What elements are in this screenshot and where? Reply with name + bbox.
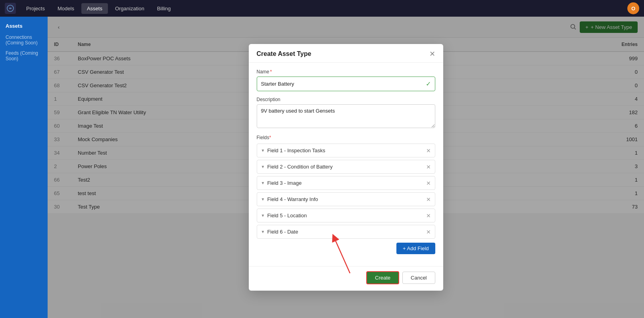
sidebar-item-feeds[interactable]: Feeds (Coming Soon) bbox=[0, 48, 48, 64]
field-row-label: ▼ Field 6 - Date bbox=[261, 229, 298, 235]
field-row-label: ▼ Field 2 - Condition of Battery bbox=[261, 164, 333, 170]
description-form-group: Description 9V battery used to start Gen… bbox=[257, 97, 435, 129]
field-row[interactable]: ▼ Field 1 - Inspection Tasks ✕ bbox=[257, 144, 435, 157]
chevron-down-icon: ▼ bbox=[261, 197, 265, 201]
field-row[interactable]: ▼ Field 5 - Location ✕ bbox=[257, 209, 435, 222]
chevron-down-icon: ▼ bbox=[261, 213, 265, 218]
field-label-text: Field 1 - Inspection Tasks bbox=[267, 148, 325, 153]
chevron-down-icon: ▼ bbox=[261, 230, 265, 234]
user-avatar[interactable]: O bbox=[627, 2, 639, 14]
field-row-label: ▼ Field 4 - Warranty Info bbox=[261, 196, 318, 202]
modal-body: Name* ✓ Description 9V battery used to s… bbox=[249, 63, 443, 266]
chevron-down-icon: ▼ bbox=[261, 181, 265, 185]
field-row-label: ▼ Field 3 - Image bbox=[261, 180, 302, 186]
nav-tab-billing[interactable]: Billing bbox=[152, 3, 177, 14]
description-label: Description bbox=[257, 97, 435, 102]
modal-overlay: Create Asset Type ✕ Name* ✓ bbox=[48, 17, 644, 318]
fields-label: Fields* bbox=[257, 135, 435, 140]
create-asset-type-modal: Create Asset Type ✕ Name* ✓ bbox=[249, 44, 443, 291]
field-remove-button[interactable]: ✕ bbox=[426, 164, 431, 170]
sidebar-item-connections[interactable]: Connections (Coming Soon) bbox=[0, 32, 48, 48]
description-textarea[interactable]: 9V battery used to start Gensets bbox=[257, 104, 435, 128]
fields-form-group: Fields* ▼ Field 1 - Inspection Tasks ✕ ▼… bbox=[257, 135, 435, 254]
chevron-down-icon: ▼ bbox=[261, 165, 265, 169]
modal-close-button[interactable]: ✕ bbox=[429, 50, 435, 57]
nav-tab-assets[interactable]: Assets bbox=[81, 3, 108, 14]
check-icon: ✓ bbox=[426, 80, 431, 88]
modal-title: Create Asset Type bbox=[257, 50, 311, 57]
nav-tab-models[interactable]: Models bbox=[52, 3, 80, 14]
field-row[interactable]: ▼ Field 3 - Image ✕ bbox=[257, 176, 435, 190]
chevron-down-icon: ▼ bbox=[261, 148, 265, 153]
name-input-wrapper: ✓ bbox=[257, 77, 435, 91]
field-row[interactable]: ▼ Field 6 - Date ✕ bbox=[257, 225, 435, 239]
add-field-button[interactable]: + Add Field bbox=[396, 243, 435, 254]
app-logo bbox=[5, 3, 16, 14]
sidebar: Assets Connections (Coming Soon) Feeds (… bbox=[0, 17, 48, 318]
field-row-label: ▼ Field 5 - Location bbox=[261, 213, 307, 218]
field-label-text: Field 5 - Location bbox=[267, 213, 307, 218]
field-remove-button[interactable]: ✕ bbox=[426, 197, 431, 202]
field-label-text: Field 2 - Condition of Battery bbox=[267, 164, 333, 170]
field-row[interactable]: ▼ Field 4 - Warranty Info ✕ bbox=[257, 192, 435, 206]
field-remove-button[interactable]: ✕ bbox=[426, 148, 431, 153]
name-label: Name* bbox=[257, 69, 435, 75]
name-required: * bbox=[270, 69, 272, 75]
app-layout: Assets Connections (Coming Soon) Feeds (… bbox=[0, 17, 644, 318]
field-remove-button[interactable]: ✕ bbox=[426, 213, 431, 218]
cancel-button[interactable]: Cancel bbox=[402, 272, 435, 284]
sidebar-title: Assets bbox=[0, 20, 48, 32]
modal-footer: Create Cancel bbox=[249, 266, 443, 291]
main-content: ‹ + + New Asset Type ID Name Entrie bbox=[48, 17, 644, 318]
name-input[interactable] bbox=[261, 81, 426, 87]
field-label-text: Field 6 - Date bbox=[267, 229, 298, 235]
field-remove-button[interactable]: ✕ bbox=[426, 180, 431, 186]
nav-tab-projects[interactable]: Projects bbox=[21, 3, 50, 14]
field-label-text: Field 4 - Warranty Info bbox=[267, 196, 318, 202]
name-form-group: Name* ✓ bbox=[257, 69, 435, 91]
field-row-label: ▼ Field 1 - Inspection Tasks bbox=[261, 148, 325, 153]
fields-required: * bbox=[269, 135, 271, 140]
nav-tab-organization[interactable]: Organization bbox=[110, 3, 150, 14]
create-button[interactable]: Create bbox=[366, 271, 399, 284]
field-row[interactable]: ▼ Field 2 - Condition of Battery ✕ bbox=[257, 160, 435, 174]
modal-header: Create Asset Type ✕ bbox=[249, 44, 443, 63]
top-nav: Projects Models Assets Organization Bill… bbox=[0, 0, 644, 17]
field-label-text: Field 3 - Image bbox=[267, 180, 302, 186]
field-remove-button[interactable]: ✕ bbox=[426, 229, 431, 235]
fields-list: ▼ Field 1 - Inspection Tasks ✕ ▼ Field 2… bbox=[257, 144, 435, 239]
